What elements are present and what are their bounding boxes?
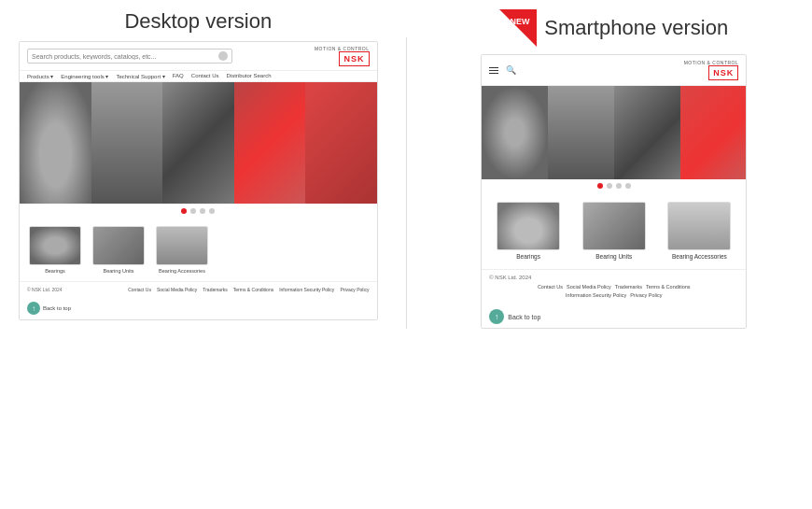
desktop-footer: © NSK Ltd. 2024 Contact Us Social Media … (20, 281, 377, 297)
product-label-units: Bearing Units (103, 268, 133, 274)
product-label-bearings: Bearings (45, 268, 65, 274)
nav-distributor[interactable]: Distributor Search (226, 73, 271, 79)
sm-footer-contact[interactable]: Contact Us (538, 284, 563, 290)
hero-segment-4 (234, 82, 306, 204)
desktop-footer-links: Contact Us Social Media Policy Trademark… (128, 287, 369, 292)
footer-social[interactable]: Social Media Policy (157, 287, 197, 292)
product-item-bearings[interactable]: Bearings (27, 226, 83, 274)
desktop-carousel-dots (20, 204, 377, 219)
desktop-copyright: © NSK Ltd. 2024 (27, 287, 63, 292)
product-thumb-accessories (156, 226, 208, 265)
smartphone-title-row: NEW Smartphone version (499, 9, 728, 47)
sm-hero-seg-4 (680, 86, 747, 179)
sm-nsk-logo: NSK (708, 65, 738, 80)
nsk-logo: NSK (339, 51, 369, 66)
section-divider (406, 37, 407, 329)
footer-info-security[interactable]: Information Security Policy (279, 287, 334, 292)
hamburger-icon[interactable] (489, 67, 498, 74)
desktop-search-bar[interactable] (27, 49, 232, 64)
topbar-left: 🔍 (489, 65, 516, 75)
smartphone-product-grid: Bearings Bearing Units Bearing Accessori… (482, 192, 746, 269)
sm-product-label-bearings: Bearings (516, 253, 540, 260)
nsk-logo-area: MOTION & CONTROL NSK (315, 46, 370, 66)
sm-product-item-bearings[interactable]: Bearings (495, 202, 562, 260)
new-badge-triangle: NEW (499, 9, 537, 47)
footer-trademarks[interactable]: Trademarks (203, 287, 228, 292)
hamburger-line-1 (489, 67, 498, 68)
sm-footer-row2: Information Security Policy Privacy Poli… (489, 292, 738, 298)
sm-product-item-units[interactable]: Bearing Units (581, 202, 648, 260)
sm-footer-privacy[interactable]: Privacy Policy (630, 292, 662, 298)
sm-carousel-dot-4[interactable] (625, 183, 631, 189)
hero-segment-5 (305, 82, 377, 204)
sm-carousel-dot-2[interactable] (607, 183, 612, 189)
sm-carousel-dot-1[interactable] (597, 183, 603, 189)
desktop-version-panel: Desktop version MOTION & CONTROL NSK Pro… (19, 9, 378, 320)
desktop-nav-links: Products ▾ Engineering tools ▾ Technical… (20, 71, 377, 82)
smartphone-version-panel: NEW Smartphone version 🔍 MOTION & CONTRO… (435, 9, 794, 329)
footer-contact[interactable]: Contact Us (128, 287, 151, 292)
smartphone-back-to-top: ↑ Back to top (482, 305, 746, 328)
sm-product-label-units: Bearing Units (595, 253, 632, 260)
footer-terms[interactable]: Terms & Conditions (233, 287, 273, 292)
nav-products[interactable]: Products ▾ (27, 73, 53, 79)
product-item-units[interactable]: Bearing Units (91, 226, 147, 274)
sm-back-to-top-icon[interactable]: ↑ (489, 309, 504, 324)
smartphone-hero-banner (482, 86, 746, 179)
smartphone-topbar: 🔍 MOTION & CONTROL NSK (482, 55, 746, 86)
nav-faq[interactable]: FAQ (173, 73, 184, 79)
product-thumb-units (92, 226, 145, 265)
product-item-accessories[interactable]: Bearing Accessories (154, 226, 210, 274)
desktop-search-input[interactable] (32, 53, 217, 60)
sm-hero-seg-3 (614, 86, 680, 179)
new-badge-container: NEW (499, 9, 537, 47)
hero-segment-1 (20, 82, 91, 204)
nav-contact[interactable]: Contact Us (191, 73, 219, 79)
carousel-dot-4[interactable] (209, 208, 215, 214)
search-icon (218, 51, 228, 61)
sm-footer-info-security[interactable]: Information Security Policy (566, 292, 626, 298)
nav-technical[interactable]: Technical Support ▾ (116, 73, 164, 79)
carousel-dot-2[interactable] (190, 208, 196, 214)
nav-engineering[interactable]: Engineering tools ▾ (61, 73, 108, 79)
hero-segment-2 (91, 82, 163, 204)
back-to-top-label[interactable]: Back to top (43, 305, 71, 311)
sm-product-thumb-accessories (667, 202, 731, 250)
product-label-accessories: Bearing Accessories (159, 268, 205, 274)
sm-footer-terms[interactable]: Terms & Conditions (646, 284, 691, 290)
smartphone-footer: © NSK Ltd. 2024 Contact Us Social Media … (482, 269, 746, 305)
sm-footer-row1: Contact Us Social Media Policy Trademark… (489, 284, 738, 290)
svg-marker-0 (499, 9, 537, 47)
desktop-version-title: Desktop version (124, 9, 272, 34)
main-container: Desktop version MOTION & CONTROL NSK Pro… (19, 9, 793, 329)
desktop-mockup: MOTION & CONTROL NSK Products ▾ Engineer… (19, 41, 378, 320)
sm-product-item-accessories[interactable]: Bearing Accessories (665, 202, 733, 260)
sm-footer-trademarks[interactable]: Trademarks (615, 284, 642, 290)
sm-nsk-logo-area: MOTION & CONTROL NSK (684, 60, 739, 80)
smartphone-mockup: 🔍 MOTION & CONTROL NSK (481, 54, 747, 329)
desktop-back-to-top: ↑ Back to top (20, 297, 377, 319)
hamburger-line-3 (489, 73, 498, 74)
sm-product-label-accessories: Bearing Accessories (672, 253, 727, 260)
sm-carousel-dot-3[interactable] (616, 183, 622, 189)
sm-copyright: © NSK Ltd. 2024 (489, 275, 738, 280)
svg-text:NEW: NEW (511, 17, 531, 26)
carousel-dot-1[interactable] (181, 208, 187, 214)
sm-back-to-top-label[interactable]: Back to top (508, 314, 540, 320)
sm-product-thumb-units (582, 202, 646, 250)
sm-hero-seg-1 (482, 86, 548, 179)
carousel-dot-3[interactable] (200, 208, 205, 214)
search-icon[interactable]: 🔍 (506, 65, 516, 75)
hamburger-line-2 (489, 70, 498, 71)
hero-image (20, 82, 377, 204)
product-thumb-bearings (29, 226, 81, 265)
sm-product-thumb-bearings (497, 202, 560, 250)
smartphone-version-title: Smartphone version (544, 16, 728, 40)
smartphone-carousel-dots (482, 179, 746, 192)
desktop-product-grid: Bearings Bearing Units Bearing Accessori… (20, 219, 377, 281)
sm-footer-social[interactable]: Social Media Policy (567, 284, 611, 290)
back-to-top-icon[interactable]: ↑ (27, 302, 40, 315)
footer-privacy[interactable]: Privacy Policy (340, 287, 369, 292)
hero-segment-3 (162, 82, 234, 204)
desktop-navbar: MOTION & CONTROL NSK (20, 42, 377, 71)
